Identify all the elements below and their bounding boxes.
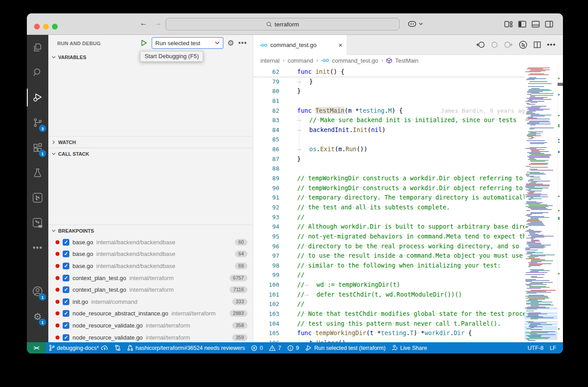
breakpoint-row[interactable]: ✓node_resource_validate.gointernal/terra… [48, 332, 253, 342]
toggle-secondary-sidebar-icon[interactable] [545, 21, 553, 28]
source-control-badge: 3 [39, 125, 46, 132]
close-tab-icon[interactable]: × [338, 41, 342, 49]
breakpoint-checkbox[interactable]: ✓ [63, 251, 69, 257]
breakpoint-row[interactable]: ✓init.gointernal/command333 [48, 296, 253, 308]
breakpoint-row[interactable]: ✓base.gointernal/backend/backendbase60 [48, 236, 253, 248]
activity-search[interactable] [27, 60, 48, 85]
terraform-cloud-icon [32, 217, 43, 229]
breakpoint-row[interactable]: ✓context_plan_test.gointernal/terraform6… [48, 272, 253, 284]
scrollbar-slider[interactable] [558, 83, 563, 86]
breakpoint-row[interactable]: ✓node_resource_validate.gointernal/terra… [48, 319, 253, 332]
breakpoint-checkbox[interactable]: ✓ [63, 263, 69, 269]
breadcrumb-symbol[interactable]: TestMain [395, 57, 418, 64]
breakpoint-row[interactable]: ✓base.gointernal/backend/backendbase69 [48, 260, 253, 272]
minimap[interactable] [524, 66, 557, 342]
line-number: 105 [253, 328, 279, 338]
activity-explorer[interactable] [27, 35, 48, 60]
debug-configuration-value: Run selected test [155, 40, 200, 47]
code-line: 93// [253, 213, 563, 222]
activity-terraform[interactable] [27, 185, 48, 210]
search-value: terraform [275, 21, 299, 28]
breadcrumb-separator: › [283, 57, 285, 64]
minimize-window-button[interactable] [43, 24, 49, 30]
debug-run-icon [305, 344, 312, 351]
breakpoint-checkbox[interactable]: ✓ [63, 310, 69, 317]
activity-terraform-cloud[interactable] [27, 210, 48, 235]
activity-extensions[interactable]: 1 [27, 135, 48, 160]
section-watch[interactable]: WATCH [48, 136, 253, 148]
breadcrumb-command[interactable]: command [288, 57, 313, 64]
debug-more-actions-icon[interactable]: ••• [238, 39, 247, 47]
breakpoint-row[interactable]: ✓node_resource_abstract_instance.gointer… [48, 308, 253, 320]
debug-settings-gear-icon[interactable]: ⚙ [227, 39, 234, 47]
screenshot-stage: ← → terraform [0, 0, 588, 387]
breakpoint-checkbox[interactable]: ✓ [63, 322, 69, 329]
toggle-primary-sidebar-icon[interactable] [518, 21, 526, 28]
section-call-stack[interactable]: CALL STACK [48, 148, 253, 159]
breakpoint-checkbox[interactable]: ✓ [63, 275, 69, 281]
encoding-item[interactable]: UTF-8 [524, 342, 546, 353]
encoding-label: UTF-8 [528, 345, 543, 351]
activity-settings[interactable]: ⚙ 1 [27, 304, 48, 329]
compare-changes-item[interactable] [111, 342, 124, 353]
branch-item[interactable]: debugging-docs* [46, 342, 111, 353]
empty-circle-icon[interactable] [491, 41, 498, 48]
code-line: 87} [253, 154, 563, 164]
debug-configuration-dropdown[interactable]: Run selected test [152, 37, 223, 49]
run-or-debug-icon[interactable] [519, 40, 528, 49]
code-line: 84⟶backendInit.Init(nil) [253, 125, 563, 135]
breakpoint-checkbox[interactable]: ✓ [63, 298, 69, 305]
search-icon [32, 67, 43, 78]
eol-item[interactable]: LF [546, 342, 559, 353]
split-editor-icon[interactable] [533, 41, 541, 48]
activity-testing[interactable] [27, 160, 48, 185]
code-editor[interactable]: 62func·init()·{79⟶}80}8182func·TestMain(… [253, 66, 563, 342]
breakpoint-row[interactable]: ✓base.gointernal/backend/backendbase64 [48, 248, 253, 260]
line-number: 88 [253, 164, 279, 174]
navigate-back-button[interactable]: ← [139, 19, 149, 28]
command-center-search[interactable]: terraform [166, 18, 400, 30]
toggle-panel-icon[interactable] [532, 21, 540, 28]
forward-circle-icon[interactable] [504, 41, 513, 48]
breakpoint-file: init.go [72, 298, 88, 305]
breakpoint-checkbox[interactable]: ✓ [63, 334, 69, 341]
activity-bar: 3 1 ••• [27, 35, 48, 342]
run-task-item[interactable]: Run selected test (terraform) [302, 342, 388, 353]
code-line: 81 [253, 96, 563, 106]
breakpoint-checkbox[interactable]: ✓ [63, 239, 69, 246]
copilot-menu[interactable] [407, 20, 423, 28]
line-number: 94 [253, 222, 279, 232]
breakpoint-file: base.go [72, 263, 93, 269]
line-number: 82 [253, 106, 279, 116]
breakpoint-dot-icon [55, 252, 60, 256]
problems-item[interactable]: 0 7 9 [248, 342, 302, 353]
remote-indicator[interactable]: >< [27, 342, 46, 353]
breakpoint-dot-icon [55, 276, 60, 280]
eol-label: LF [550, 345, 556, 351]
branch-name: debugging-docs* [57, 345, 99, 351]
breakpoint-checkbox[interactable]: ✓ [63, 286, 69, 293]
tab-command-test-go[interactable]: -GO command_test.go × [253, 35, 347, 55]
navigate-forward-button[interactable]: → [153, 19, 163, 28]
editor-more-actions-icon[interactable]: ••• [547, 41, 556, 49]
back-circle-icon[interactable] [476, 41, 485, 48]
activity-run-and-debug[interactable] [27, 85, 48, 110]
breadcrumb-file[interactable]: command_test.go [332, 57, 378, 64]
breadcrumb-separator: › [381, 57, 383, 64]
breakpoint-path: internal/backend/backendbase [96, 263, 175, 269]
customize-layout-icon[interactable] [504, 21, 513, 28]
breakpoint-row[interactable]: ✓context_plan_test.gointernal/terraform7… [48, 284, 253, 296]
activity-accounts[interactable]: 1 [27, 279, 48, 304]
activity-source-control[interactable]: 3 [27, 110, 48, 135]
breadcrumb-internal[interactable]: internal [260, 57, 280, 64]
start-debugging-button[interactable] [140, 39, 148, 47]
section-label: WATCH [58, 140, 76, 145]
sidebar-title: RUN AND DEBUG [57, 41, 101, 46]
zoom-window-button[interactable] [52, 24, 58, 30]
activity-more-views[interactable]: ••• [27, 235, 48, 260]
live-share-item[interactable]: Live Share [388, 342, 430, 353]
breakpoint-path: internal/terraform [171, 310, 216, 317]
section-breakpoints[interactable]: BREAKPOINTS [48, 225, 253, 236]
pull-request-item[interactable]: hashicorp/terraform#36524 needs reviewer… [124, 342, 248, 353]
close-window-button[interactable] [34, 24, 40, 30]
